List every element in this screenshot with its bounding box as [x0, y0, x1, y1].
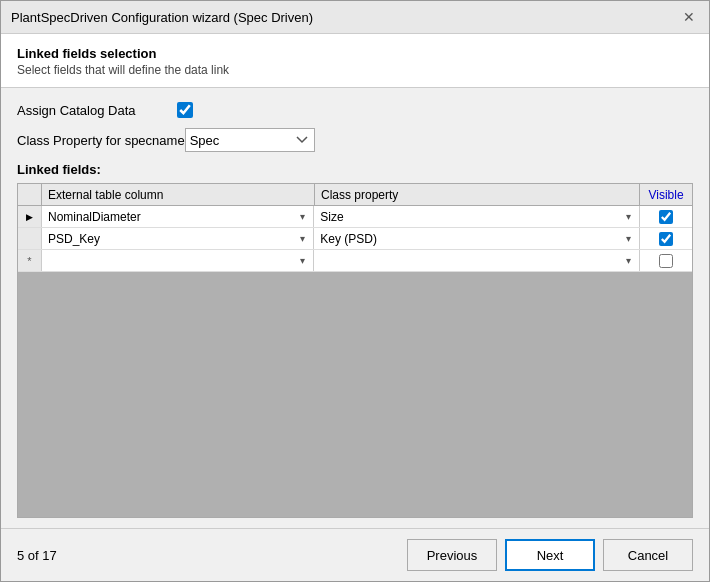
visible-checkbox-3[interactable] — [659, 254, 673, 268]
main-window: PlantSpecDriven Configuration wizard (Sp… — [0, 0, 710, 582]
table-row: * — [18, 250, 692, 272]
class-property-dropdown[interactable]: Spec — [185, 128, 315, 152]
td-class-2[interactable]: Key (PSD) — [314, 228, 640, 249]
section-title: Linked fields selection — [17, 46, 693, 61]
arrow-icon: ▶ — [26, 212, 33, 222]
class-dropdown-btn-3[interactable] — [619, 251, 637, 270]
assign-catalog-row: Assign Catalog Data — [17, 102, 693, 118]
external-value-1: NominalDiameter — [44, 210, 293, 224]
table-body: ▶ NominalDiameter Size — [18, 206, 692, 517]
main-section: Assign Catalog Data Class Property for s… — [1, 88, 709, 528]
class-value-2: Key (PSD) — [316, 232, 619, 246]
td-visible-3 — [640, 250, 692, 271]
star-icon: * — [27, 255, 31, 267]
row-selector-1: ▶ — [18, 206, 42, 227]
assign-catalog-label: Assign Catalog Data — [17, 103, 177, 118]
th-class-property: Class property — [315, 184, 640, 205]
header-section: Linked fields selection Select fields th… — [1, 34, 709, 88]
table-row: ▶ NominalDiameter Size — [18, 206, 692, 228]
class-property-label: Class Property for specname — [17, 133, 185, 148]
th-selector — [18, 184, 42, 205]
external-dropdown-btn-3[interactable] — [293, 251, 311, 270]
footer: 5 of 17 Previous Next Cancel — [1, 528, 709, 581]
td-external-2[interactable]: PSD_Key — [42, 228, 314, 249]
cancel-button[interactable]: Cancel — [603, 539, 693, 571]
td-external-3[interactable] — [42, 250, 314, 271]
external-dropdown-btn-2[interactable] — [293, 229, 311, 248]
table-row: PSD_Key Key (PSD) — [18, 228, 692, 250]
class-dropdown-btn-2[interactable] — [619, 229, 637, 248]
table-header: External table column Class property Vis… — [18, 184, 692, 206]
td-class-1[interactable]: Size — [314, 206, 640, 227]
external-dropdown-btn-1[interactable] — [293, 207, 311, 226]
page-info: 5 of 17 — [17, 548, 57, 563]
td-visible-2 — [640, 228, 692, 249]
th-visible: Visible — [640, 184, 692, 205]
footer-buttons: Previous Next Cancel — [407, 539, 693, 571]
visible-checkbox-2[interactable] — [659, 232, 673, 246]
td-external-1[interactable]: NominalDiameter — [42, 206, 314, 227]
th-external-column: External table column — [42, 184, 315, 205]
assign-catalog-checkbox[interactable] — [177, 102, 193, 118]
section-subtitle: Select fields that will define the data … — [17, 63, 693, 77]
linked-fields-label: Linked fields: — [17, 162, 693, 177]
td-visible-1 — [640, 206, 692, 227]
class-property-row: Class Property for specname Spec — [17, 128, 693, 152]
previous-button[interactable]: Previous — [407, 539, 497, 571]
visible-checkbox-1[interactable] — [659, 210, 673, 224]
external-value-2: PSD_Key — [44, 232, 293, 246]
close-button[interactable]: ✕ — [679, 7, 699, 27]
class-dropdown-btn-1[interactable] — [619, 207, 637, 226]
row-selector-3: * — [18, 250, 42, 271]
next-button[interactable]: Next — [505, 539, 595, 571]
title-bar: PlantSpecDriven Configuration wizard (Sp… — [1, 1, 709, 34]
linked-fields-table: External table column Class property Vis… — [17, 183, 693, 518]
table-filler — [18, 272, 692, 517]
td-class-3[interactable] — [314, 250, 640, 271]
row-selector-2 — [18, 228, 42, 249]
class-value-1: Size — [316, 210, 619, 224]
window-title: PlantSpecDriven Configuration wizard (Sp… — [11, 10, 313, 25]
content-area: Linked fields selection Select fields th… — [1, 34, 709, 581]
